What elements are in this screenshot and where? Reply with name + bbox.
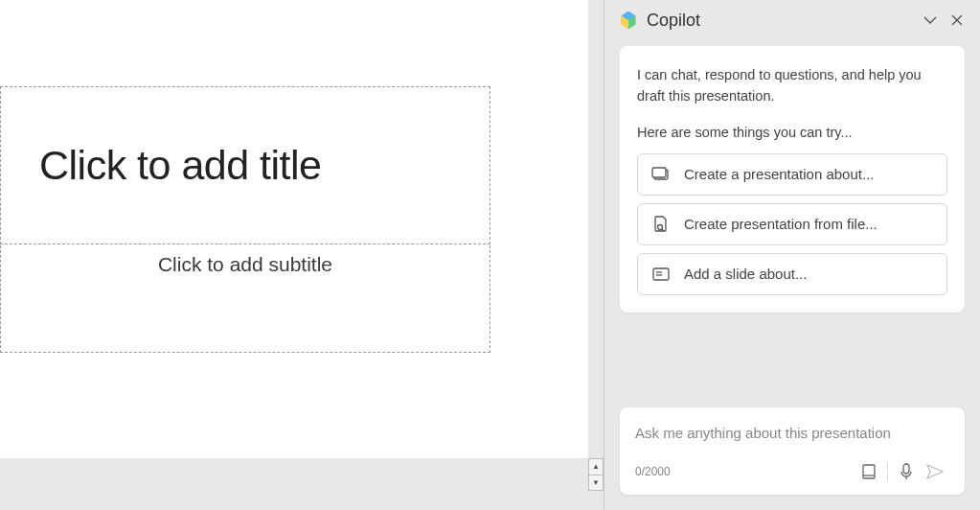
close-button[interactable] [944, 7, 970, 34]
file-search-icon [651, 215, 671, 234]
slide-add-icon [651, 265, 671, 284]
slide-canvas[interactable]: Click to add title Click to add subtitle [0, 0, 588, 458]
svg-rect-7 [863, 465, 875, 478]
svg-rect-4 [653, 268, 669, 280]
suggestion-label: Create a presentation about... [684, 166, 874, 182]
copilot-input-toolbar: 0/2000 [635, 458, 949, 485]
copilot-intro-text: I can chat, respond to questions, and he… [637, 65, 947, 107]
svg-point-2 [658, 224, 663, 229]
subtitle-placeholder-text: Click to add subtitle [158, 253, 332, 275]
copilot-title: Copilot [647, 11, 917, 31]
copilot-input[interactable]: Ask me anything about this presentation [635, 421, 949, 458]
svg-rect-1 [652, 168, 666, 177]
scroll-down-icon[interactable]: ▼ [589, 475, 603, 491]
slide-editor-area: Click to add title Click to add subtitle… [0, 0, 604, 510]
microphone-button[interactable] [892, 458, 921, 485]
book-icon [860, 463, 877, 480]
svg-rect-9 [903, 464, 909, 474]
divider [887, 462, 888, 481]
send-icon [925, 463, 945, 480]
scroll-up-icon[interactable]: ▲ [589, 459, 603, 475]
spacer [620, 313, 965, 408]
copilot-pane: Copilot I can chat, respond to questions… [604, 0, 980, 510]
copilot-header: Copilot [604, 0, 980, 40]
send-button[interactable] [921, 458, 949, 485]
presentation-outline-icon [651, 165, 671, 184]
char-count: 0/2000 [635, 465, 855, 478]
microphone-icon [899, 463, 914, 480]
suggestion-create-presentation[interactable]: Create a presentation about... [637, 153, 947, 196]
title-placeholder-text: Click to add title [39, 142, 322, 189]
suggestion-label: Add a slide about... [684, 266, 807, 282]
collapse-button[interactable] [917, 7, 944, 34]
copilot-input-card: Ask me anything about this presentation … [620, 407, 965, 495]
copilot-try-text: Here are some things you can try... [637, 125, 947, 140]
copilot-body: I can chat, respond to questions, and he… [604, 40, 980, 510]
suggestion-from-file[interactable]: Create presentation from file... [637, 203, 947, 245]
subtitle-placeholder[interactable]: Click to add subtitle [0, 245, 490, 353]
close-icon [950, 13, 964, 27]
chevron-down-icon [923, 12, 938, 28]
copilot-logo-icon [618, 10, 639, 31]
copilot-intro-card: I can chat, respond to questions, and he… [620, 46, 965, 313]
suggestion-add-slide[interactable]: Add a slide about... [637, 253, 947, 295]
title-placeholder[interactable]: Click to add title [0, 86, 490, 244]
vertical-scroll-spinner[interactable]: ▲ ▼ [588, 458, 604, 491]
suggestion-label: Create presentation from file... [684, 216, 877, 232]
prompt-guide-button[interactable] [855, 458, 883, 485]
